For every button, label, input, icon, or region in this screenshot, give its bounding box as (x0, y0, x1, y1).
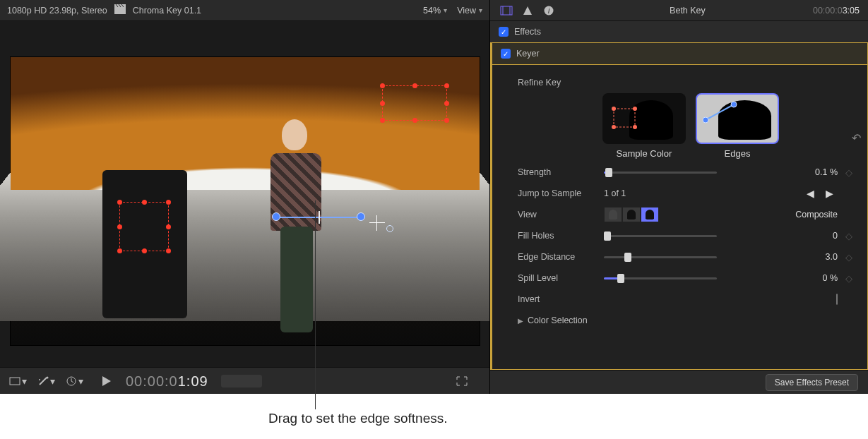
crosshair-cursor-icon (369, 215, 385, 231)
refine-key-label: Refine Key (518, 78, 604, 88)
svg-rect-0 (114, 7, 126, 14)
inspector-header: i Beth Key 00:00:03:05 (490, 0, 868, 21)
keyer-parameters: Refine Key Sample Color Edges ↶ Streng (490, 65, 868, 370)
reset-icon[interactable]: ↶ (852, 131, 861, 145)
svg-point-7 (39, 379, 40, 380)
inspector-panel: i Beth Key 00:00:03:05 ✓ Effects ✓ Keyer… (490, 0, 868, 394)
effects-section-header[interactable]: ✓ Effects (490, 21, 868, 42)
color-selection-label[interactable]: Color Selection (528, 315, 588, 325)
enhance-tool-icon[interactable]: ▾ (37, 374, 55, 388)
fullscreen-icon[interactable] (453, 374, 471, 388)
view-original-button[interactable] (604, 207, 622, 222)
jump-value: 1 of 1 (604, 188, 626, 198)
svg-point-19 (612, 125, 616, 129)
edges-tool[interactable]: Edges (696, 93, 779, 159)
spill-level-label: Spill Level (518, 273, 604, 283)
edge-softness-handle[interactable] (276, 217, 361, 218)
svg-point-17 (612, 107, 616, 111)
svg-marker-9 (102, 376, 111, 386)
strength-label: Strength (518, 167, 604, 177)
generator-tab-icon[interactable] (520, 4, 535, 17)
fill-holes-value[interactable]: 0 (792, 231, 842, 241)
transform-tool-icon[interactable]: ▾ (8, 374, 27, 388)
svg-marker-13 (523, 6, 532, 15)
keyer-label: Keyer (516, 49, 540, 59)
callout-line (315, 200, 316, 409)
zoom-value[interactable]: 54% (423, 6, 441, 16)
format-label: 1080p HD 23.98p, Stereo (7, 6, 107, 16)
view-menu[interactable]: View (457, 6, 476, 16)
inspector-footer: Save Effects Preset (490, 370, 868, 394)
edge-softness-tick[interactable] (319, 211, 320, 224)
svg-point-18 (633, 107, 637, 111)
edge-distance-slider[interactable] (604, 256, 717, 258)
inspector-title: Beth Key (562, 6, 813, 16)
strength-slider[interactable] (604, 172, 717, 174)
svg-rect-16 (614, 109, 635, 127)
jump-label: Jump to Sample (518, 188, 604, 198)
svg-point-22 (703, 117, 708, 123)
keyframe-icon[interactable]: ◇ (842, 231, 856, 241)
video-tab-icon[interactable] (499, 4, 514, 17)
invert-checkbox[interactable] (836, 294, 838, 305)
view-mode-buttons[interactable] (604, 207, 659, 222)
viewer-panel: 1080p HD 23.98p, Stereo Chroma Key 01.1 … (0, 0, 490, 394)
keyframe-icon[interactable]: ◇ (842, 252, 856, 263)
play-button[interactable] (97, 374, 116, 388)
edge-endpoint[interactable] (272, 212, 280, 221)
spill-level-slider[interactable] (604, 277, 717, 279)
keyframe-icon[interactable]: ◇ (842, 167, 856, 178)
keyer-checkbox[interactable]: ✓ (501, 49, 511, 59)
info-tab-icon[interactable]: i (541, 4, 557, 17)
effects-label: Effects (514, 27, 541, 37)
clapperboard-icon[interactable] (114, 4, 126, 16)
disclosure-triangle-icon[interactable]: ▶ (518, 317, 523, 325)
jump-nav[interactable]: ◀ ▶ (792, 188, 842, 199)
sample-color-rect[interactable] (119, 202, 169, 251)
clip-name: Chroma Key 01.1 (133, 6, 201, 16)
chevron-down-icon[interactable]: ▾ (479, 6, 482, 14)
edge-distance-value[interactable]: 3.0 (792, 252, 842, 262)
viewer-header: 1080p HD 23.98p, Stereo Chroma Key 01.1 … (0, 0, 489, 21)
fill-holes-slider[interactable] (604, 235, 717, 237)
view-label: View (518, 210, 604, 220)
viewer-timecode[interactable]: 00:00:01:09 (126, 373, 208, 390)
view-value: Composite (778, 210, 842, 220)
view-composite-button[interactable] (641, 207, 659, 222)
svg-rect-10 (501, 6, 512, 15)
retime-tool-icon[interactable]: ▾ (65, 374, 83, 388)
composited-scene (10, 56, 480, 346)
sample-color-rect[interactable] (382, 85, 447, 121)
save-effects-preset-button[interactable]: Save Effects Preset (766, 374, 858, 391)
keyer-section-header[interactable]: ✓ Keyer (490, 42, 868, 65)
fill-holes-label: Fill Holes (518, 231, 604, 241)
chevron-down-icon[interactable]: ▾ (444, 6, 447, 14)
skimmer-bar[interactable] (221, 375, 262, 387)
edge-distance-label: Edge Distance (518, 252, 604, 262)
subject-silhouette (251, 114, 343, 339)
svg-line-21 (706, 104, 734, 120)
strength-value[interactable]: 0.1 % (792, 167, 842, 177)
viewer-canvas[interactable] (0, 21, 489, 367)
svg-rect-5 (10, 378, 20, 385)
caption-text: Drag to set the edge softness. (268, 411, 448, 426)
svg-point-20 (633, 125, 637, 129)
edge-cursor-ring-icon (386, 225, 393, 232)
view-matte-button[interactable] (622, 207, 641, 222)
invert-label: Invert (518, 294, 604, 304)
inspector-timecode: 00:00:03:05 (813, 5, 860, 16)
viewer-toolbar: ▾ ▾ ▾ 00:00:01:09 (0, 367, 489, 394)
edge-endpoint[interactable] (357, 212, 365, 221)
keyframe-icon[interactable]: ◇ (842, 273, 856, 284)
spill-level-value[interactable]: 0 % (792, 273, 842, 283)
svg-point-6 (46, 376, 48, 378)
effects-checkbox[interactable]: ✓ (499, 27, 509, 37)
svg-point-23 (731, 102, 737, 107)
sample-color-tool[interactable]: Sample Color (602, 93, 686, 159)
